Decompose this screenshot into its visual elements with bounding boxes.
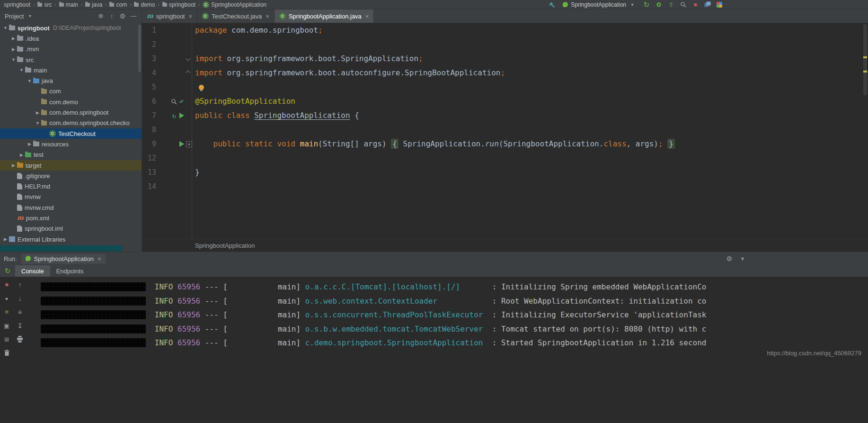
tree-row-main[interactable]: ▼main: [0, 65, 142, 75]
pin-icon[interactable]: ⊞: [3, 336, 10, 343]
tree-toggle-icon[interactable]: ▶: [18, 153, 25, 157]
run-configuration-selector[interactable]: SpringbootApplication▾: [561, 0, 638, 9]
run-view-tab-Endpoints[interactable]: Endpoints: [50, 265, 90, 277]
tree-row-com[interactable]: com: [0, 86, 142, 97]
breadcrumb-item-springboot[interactable]: springboot: [4, 1, 30, 8]
tree-row-mvnw[interactable]: mvnw: [0, 192, 142, 202]
breadcrumb-item-SpringbootApplication[interactable]: CSpringbootApplication: [203, 1, 266, 8]
close-icon[interactable]: ×: [365, 13, 369, 19]
editor-breadcrumb[interactable]: SpringbootApplication: [142, 239, 868, 252]
close-icon[interactable]: ×: [266, 13, 269, 19]
dump-threads-icon[interactable]: ●: [3, 295, 10, 302]
warning-stripe-mark[interactable]: [863, 71, 867, 72]
restore-layout-icon[interactable]: ▣: [3, 322, 10, 330]
down-stacktrace-icon[interactable]: ↓: [17, 295, 23, 302]
minimize-icon[interactable]: —: [130, 12, 137, 20]
tree-row-External Libraries[interactable]: ▶External Libraries: [0, 234, 142, 244]
code-line[interactable]: [195, 80, 862, 94]
editor-breadcrumb-item[interactable]: SpringbootApplication: [195, 242, 255, 249]
tree-toggle-icon[interactable]: ▼: [18, 68, 25, 72]
breadcrumb-item-com[interactable]: com: [109, 1, 127, 8]
tree-toggle-icon[interactable]: ▶: [10, 36, 17, 41]
tree-row-.idea[interactable]: ▶.idea: [0, 33, 142, 44]
coverage-icon[interactable]: ✿: [655, 1, 662, 9]
up-stacktrace-icon[interactable]: ↑: [17, 281, 23, 288]
run-icon[interactable]: [179, 141, 184, 147]
code-line[interactable]: import org.springframework.boot.autoconf…: [195, 66, 862, 80]
tree-row-springboot.iml[interactable]: springboot.iml: [0, 224, 142, 234]
rerun-icon[interactable]: ↻: [643, 1, 650, 9]
editor-tab-TestCheckout.java[interactable]: CTestCheckout.java×: [197, 9, 275, 23]
tree-toggle-icon[interactable]: ▼: [34, 121, 41, 126]
tree-row-HELP.md[interactable]: HELP.md: [0, 181, 142, 191]
tree-toggle-icon[interactable]: ▶: [10, 47, 17, 52]
code-line[interactable]: public static void main(String[] args) {…: [195, 137, 862, 151]
collapse-all-icon[interactable]: ↕: [108, 12, 115, 20]
editor-tab-SpringbootApplication.java[interactable]: CSpringbootApplication.java×: [275, 9, 374, 23]
editor-tab-springboot[interactable]: mspringboot×: [142, 9, 197, 23]
code-line[interactable]: [195, 151, 862, 165]
project-scrollbar[interactable]: [138, 25, 141, 72]
breadcrumb-item-src[interactable]: src: [37, 1, 52, 8]
editor-scrollbar[interactable]: [862, 23, 868, 239]
run-session-tab[interactable]: SpringbootApplication ×: [21, 254, 105, 264]
tree-toggle-icon[interactable]: ▼: [2, 26, 9, 30]
code-line[interactable]: }: [195, 165, 862, 180]
tree-toggle-icon[interactable]: ▶: [10, 163, 17, 168]
code-line[interactable]: [195, 37, 862, 52]
code-line[interactable]: public class SpringbootApplication {: [195, 108, 862, 123]
run-icon[interactable]: [179, 113, 184, 118]
tree-row-.mvn[interactable]: ▶.mvn: [0, 44, 142, 54]
tree-row-com.demo.springboot[interactable]: ▶com.demo.springboot: [0, 107, 142, 117]
double-check-icon[interactable]: ✓✓: [179, 94, 184, 108]
scrollbar-thumb[interactable]: [863, 24, 867, 95]
chevron-down-icon[interactable]: ▾: [27, 12, 33, 20]
tree-row-springboot[interactable]: ▼springbootD:\IDEA\Project\springboot: [0, 23, 142, 33]
breadcrumb-item-springboot[interactable]: springboot: [162, 1, 195, 8]
tree-row-resources[interactable]: ▶resources: [0, 139, 142, 149]
fold-expand-icon[interactable]: +: [186, 141, 192, 147]
scroll-to-end-icon[interactable]: ↧: [17, 322, 23, 330]
close-icon[interactable]: ×: [188, 13, 192, 19]
folders-icon[interactable]: [704, 1, 711, 8]
profiler-icon[interactable]: ⇧: [668, 1, 674, 9]
tree-partial-row[interactable]: [0, 245, 122, 252]
intention-bulb-icon[interactable]: [199, 85, 204, 90]
tree-row-.gitignore[interactable]: .gitignore: [0, 171, 142, 181]
tree-toggle-icon[interactable]: ▼: [10, 57, 17, 62]
locate-icon[interactable]: ⊕: [97, 12, 104, 20]
build-icon[interactable]: [549, 1, 555, 8]
tree-toggle-icon[interactable]: ▶: [2, 237, 9, 242]
stop-icon[interactable]: ■: [692, 1, 699, 9]
tree-toggle-icon[interactable]: ▼: [26, 79, 33, 83]
print-icon[interactable]: [17, 336, 23, 342]
code-line[interactable]: package com.demo.springboot;: [195, 23, 862, 37]
bean-icon[interactable]: ↻: [171, 112, 177, 119]
hide-icon[interactable]: ▾: [739, 255, 746, 262]
stop-icon[interactable]: ■: [3, 281, 10, 288]
grid-icon[interactable]: [717, 2, 722, 8]
code-line[interactable]: import org.springframework.boot.SpringAp…: [195, 52, 862, 66]
code-line[interactable]: @SpringBootApplication: [195, 94, 862, 108]
tree-row-pom.xml[interactable]: mpom.xml: [0, 213, 142, 223]
warning-stripe-mark[interactable]: [863, 56, 867, 58]
tree-row-com.demo[interactable]: com.demo: [0, 97, 142, 107]
fold-chevron-icon[interactable]: [186, 71, 191, 75]
editor-code[interactable]: package com.demo.springboot;import org.s…: [192, 23, 862, 239]
tree-row-target[interactable]: ▶target: [0, 160, 142, 171]
run-view-tab-Console[interactable]: Console: [15, 265, 50, 277]
breadcrumb-item-main[interactable]: main: [59, 1, 78, 8]
breadcrumb-item-demo[interactable]: demo: [134, 1, 155, 8]
settings-icon[interactable]: ⚙: [119, 12, 126, 20]
search-icon[interactable]: [680, 1, 686, 8]
console-output[interactable]: 2###-##-## ##:##:##.### INFO 65956 --- […: [27, 277, 868, 423]
tree-row-java[interactable]: ▼java: [0, 75, 142, 86]
tree-row-src[interactable]: ▼src: [0, 54, 142, 65]
search-icon[interactable]: [171, 99, 177, 105]
fold-chevron-icon[interactable]: [186, 56, 191, 61]
rerun-icon[interactable]: ↻: [4, 267, 11, 275]
run-dashboard-icon[interactable]: ✳: [3, 308, 10, 316]
breadcrumb-item-java[interactable]: java: [85, 1, 102, 8]
tree-toggle-icon[interactable]: ▶: [34, 110, 41, 115]
tree-row-test[interactable]: ▶test: [0, 150, 142, 160]
